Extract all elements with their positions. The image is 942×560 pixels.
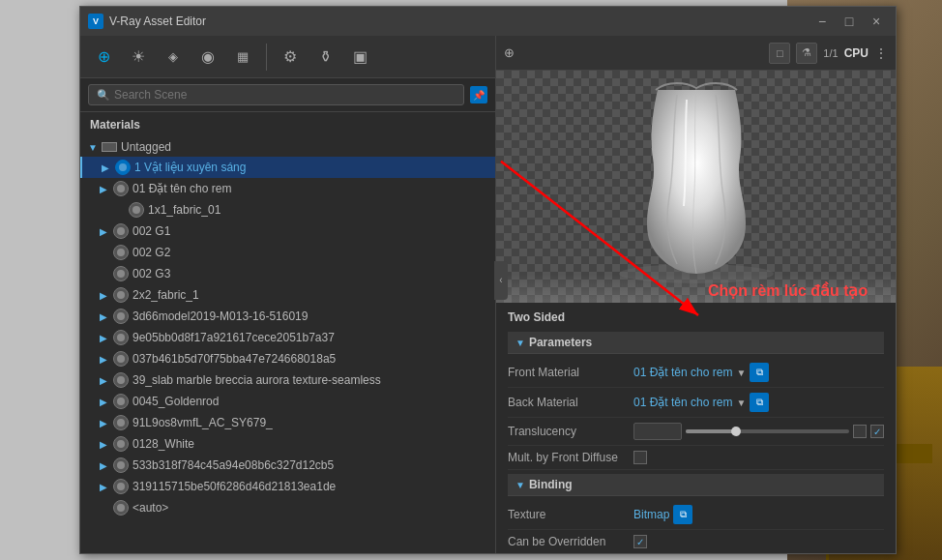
list-item[interactable]: ▶ 533b318f784c45a94e08b6c327d12cb5 [80, 455, 495, 476]
list-item[interactable]: ▶ 037b461b5d70f75bba47e724668018a5 [80, 348, 495, 369]
list-item[interactable]: ▶ 319115715be50f6286d46d21813ea1de [80, 476, 495, 497]
list-item[interactable]: ▶ 39_slab marble breccia aurora texture-… [80, 369, 495, 391]
mult-diffuse-checkbox[interactable] [633, 451, 647, 464]
mult-diffuse-label: Mult. by Front Diffuse [508, 451, 633, 464]
search-input-wrap: 🔍 [88, 84, 464, 105]
list-item[interactable]: ▶ 01 Đặt tên cho rem [80, 178, 495, 199]
search-icon: 🔍 [97, 89, 110, 102]
mat4-collapse-arrow: ▶ [100, 226, 109, 237]
mat12-icon [113, 394, 129, 409]
binding-section: ▼ Binding Texture Bitmap ⧉ Can be Overri… [508, 474, 884, 553]
untagged-collapse-arrow: ▼ [88, 142, 98, 153]
mat15-label: 533b318f784c45a94e08b6c327d12cb5 [132, 458, 334, 472]
preview-cpu: CPU [844, 46, 868, 60]
front-material-label: Front Material [508, 366, 633, 379]
back-material-icon-btn[interactable]: ⧉ [750, 393, 769, 412]
mat7-icon [113, 287, 129, 303]
untagged-group[interactable]: ▼ Untagged [80, 137, 495, 157]
materials-toolbar-btn[interactable]: ⊕ [88, 42, 119, 73]
material-list[interactable]: ▼ Untagged ▶ 1 Vật liệu xuyên sáng ▶ 01 … [80, 137, 495, 553]
preview-shape [600, 80, 793, 283]
extra-toolbar-btn[interactable]: ▣ [344, 42, 375, 73]
front-material-icon-btn[interactable]: ⧉ [750, 363, 769, 382]
maximize-button[interactable]: □ [838, 12, 861, 31]
mat8-collapse-arrow: ▶ [100, 311, 109, 322]
env-toolbar-btn[interactable]: ▦ [227, 42, 258, 73]
preview-ratio: 1/1 [823, 47, 838, 59]
parameters-section-arrow: ▼ [515, 338, 525, 348]
mat11-icon [113, 372, 129, 388]
lights-toolbar-btn[interactable]: ☀ [123, 42, 154, 73]
mat16-collapse-arrow: ▶ [100, 482, 109, 492]
mat9-label: 9e05bb0d8f17a921617cece2051b7a37 [132, 331, 335, 344]
overridden-checkbox[interactable] [633, 535, 647, 548]
render-toolbar-btn[interactable]: ⚱ [309, 42, 340, 73]
mat17-icon [113, 500, 129, 516]
overridden-label: Can be Overridden [508, 535, 633, 548]
mat14-icon [113, 436, 129, 452]
panel-collapse-button[interactable]: ‹ [494, 261, 508, 300]
preview-topbar: ⊕ □ ⚗ 1/1 CPU ⋮ [496, 36, 896, 71]
preview-square-btn[interactable]: □ [769, 43, 790, 64]
front-material-link[interactable]: 01 Đặt tên cho rem [633, 366, 732, 379]
translucency-checkbox-2[interactable] [870, 425, 884, 438]
front-material-dropdown[interactable]: ▼ [736, 368, 746, 378]
list-item[interactable]: ▶ 1 Vật liệu xuyên sáng [80, 157, 495, 178]
mat10-collapse-arrow: ▶ [100, 354, 109, 365]
mat3-icon [129, 202, 144, 218]
texture-row: Texture Bitmap ⧉ [508, 500, 884, 530]
mat9-icon [113, 330, 129, 345]
list-item[interactable]: ▶ 9e05bb0d8f17a921617cece2051b7a37 [80, 327, 495, 348]
overridden-value [633, 535, 884, 548]
main-content: ⊕ ☀ ◈ ◉ ▦ ⚙ ⚱ ▣ 🔍 📌 Materials [80, 36, 896, 553]
properties-panel: Two Sided ▼ Parameters Front Material 01… [496, 303, 896, 553]
preview-area [496, 71, 896, 303]
translucency-slider[interactable] [686, 429, 849, 433]
search-bar: 🔍 📌 [80, 78, 495, 112]
preview-menu-btn[interactable]: ⋮ [874, 45, 888, 61]
list-item[interactable]: 002 G3 [80, 263, 495, 284]
mat17-label: <auto> [132, 501, 168, 515]
mat2-icon [113, 181, 129, 196]
minimize-button[interactable]: − [810, 12, 834, 31]
back-material-link[interactable]: 01 Đặt tên cho rem [633, 396, 732, 409]
list-item[interactable]: 002 G2 [80, 242, 495, 263]
texture-value: Bitmap ⧉ [633, 505, 884, 524]
settings-toolbar-btn[interactable]: ⚙ [275, 42, 306, 73]
mat4-icon [113, 223, 129, 239]
list-item[interactable]: ▶ 0128_White [80, 433, 495, 455]
preview-filter-btn[interactable]: ⚗ [796, 43, 817, 64]
mat9-collapse-arrow: ▶ [100, 333, 109, 343]
mat11-collapse-arrow: ▶ [100, 375, 109, 386]
translucency-checkbox-1[interactable] [853, 425, 867, 438]
textures-toolbar-btn[interactable]: ◉ [192, 42, 223, 73]
mat13-collapse-arrow: ▶ [100, 418, 109, 428]
search-input[interactable] [114, 88, 456, 102]
list-item[interactable]: ▶ 0045_Goldenrod [80, 391, 495, 412]
mat16-icon [113, 479, 129, 494]
texture-icon-btn[interactable]: ⧉ [673, 505, 692, 524]
texture-link[interactable]: Bitmap [633, 508, 669, 521]
mat8-label: 3d66model2019-M013-16-516019 [132, 309, 308, 323]
title-bar: V V-Ray Asset Editor − □ × [80, 7, 896, 36]
translucency-label: Translucency [508, 425, 633, 438]
back-material-row: Back Material 01 Đặt tên cho rem ▼ ⧉ [508, 388, 884, 418]
search-pin-button[interactable]: 📌 [470, 86, 487, 103]
mat12-label: 0045_Goldenrod [132, 395, 219, 408]
parameters-section-header[interactable]: ▼ Parameters [508, 332, 884, 354]
list-item[interactable]: ▶ 002 G1 [80, 221, 495, 242]
list-item[interactable]: <auto> [80, 497, 495, 518]
translucency-value [633, 423, 884, 440]
left-panel: ⊕ ☀ ◈ ◉ ▦ ⚙ ⚱ ▣ 🔍 📌 Materials [80, 36, 496, 553]
main-window: V V-Ray Asset Editor − □ × ⊕ ☀ ◈ ◉ ▦ ⚙ ⚱… [79, 6, 897, 554]
close-button[interactable]: × [865, 12, 888, 31]
list-item[interactable]: ▶ 3d66model2019-M013-16-516019 [80, 306, 495, 327]
geometry-toolbar-btn[interactable]: ◈ [158, 42, 189, 73]
mat2-collapse-arrow: ▶ [100, 184, 109, 194]
back-material-dropdown[interactable]: ▼ [736, 398, 746, 408]
binding-section-header[interactable]: ▼ Binding [508, 474, 884, 496]
list-item[interactable]: ▶ 91L9os8vmfL_AC_SY679_ [80, 412, 495, 433]
mat13-label: 91L9os8vmfL_AC_SY679_ [132, 416, 273, 429]
list-item[interactable]: 1x1_fabric_01 [80, 199, 495, 221]
list-item[interactable]: ▶ 2x2_fabric_1 [80, 284, 495, 306]
